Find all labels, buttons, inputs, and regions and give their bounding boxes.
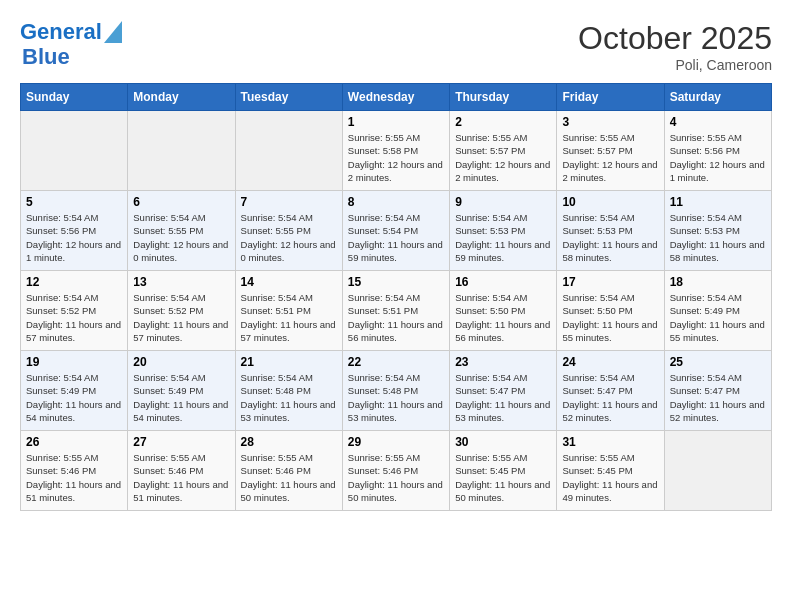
weekday-header-saturday: Saturday [664,84,771,111]
svg-marker-0 [104,21,122,43]
calendar-cell: 6 Sunrise: 5:54 AMSunset: 5:55 PMDayligh… [128,191,235,271]
calendar-week-1: 1 Sunrise: 5:55 AMSunset: 5:58 PMDayligh… [21,111,772,191]
calendar-cell: 18 Sunrise: 5:54 AMSunset: 5:49 PMDaylig… [664,271,771,351]
day-number: 22 [348,355,444,369]
calendar-cell: 28 Sunrise: 5:55 AMSunset: 5:46 PMDaylig… [235,431,342,511]
day-number: 6 [133,195,229,209]
day-info: Sunrise: 5:54 AMSunset: 5:50 PMDaylight:… [455,291,551,344]
calendar-cell: 27 Sunrise: 5:55 AMSunset: 5:46 PMDaylig… [128,431,235,511]
day-info: Sunrise: 5:54 AMSunset: 5:48 PMDaylight:… [348,371,444,424]
day-number: 17 [562,275,658,289]
day-number: 4 [670,115,766,129]
day-number: 18 [670,275,766,289]
day-number: 14 [241,275,337,289]
day-number: 7 [241,195,337,209]
weekday-header-sunday: Sunday [21,84,128,111]
calendar-cell: 5 Sunrise: 5:54 AMSunset: 5:56 PMDayligh… [21,191,128,271]
day-number: 27 [133,435,229,449]
calendar-cell: 12 Sunrise: 5:54 AMSunset: 5:52 PMDaylig… [21,271,128,351]
day-info: Sunrise: 5:54 AMSunset: 5:55 PMDaylight:… [241,211,337,264]
calendar-week-2: 5 Sunrise: 5:54 AMSunset: 5:56 PMDayligh… [21,191,772,271]
day-number: 25 [670,355,766,369]
day-info: Sunrise: 5:55 AMSunset: 5:58 PMDaylight:… [348,131,444,184]
calendar-cell [128,111,235,191]
logo: General Blue [20,20,122,70]
day-info: Sunrise: 5:54 AMSunset: 5:48 PMDaylight:… [241,371,337,424]
calendar-cell: 31 Sunrise: 5:55 AMSunset: 5:45 PMDaylig… [557,431,664,511]
day-info: Sunrise: 5:55 AMSunset: 5:46 PMDaylight:… [348,451,444,504]
calendar-cell [21,111,128,191]
day-info: Sunrise: 5:54 AMSunset: 5:51 PMDaylight:… [241,291,337,344]
day-number: 15 [348,275,444,289]
day-info: Sunrise: 5:54 AMSunset: 5:55 PMDaylight:… [133,211,229,264]
day-number: 16 [455,275,551,289]
day-info: Sunrise: 5:54 AMSunset: 5:53 PMDaylight:… [455,211,551,264]
day-number: 19 [26,355,122,369]
calendar-cell: 13 Sunrise: 5:54 AMSunset: 5:52 PMDaylig… [128,271,235,351]
calendar-cell: 29 Sunrise: 5:55 AMSunset: 5:46 PMDaylig… [342,431,449,511]
day-number: 29 [348,435,444,449]
calendar-week-4: 19 Sunrise: 5:54 AMSunset: 5:49 PMDaylig… [21,351,772,431]
weekday-header-monday: Monday [128,84,235,111]
logo-text: General [20,20,102,44]
day-info: Sunrise: 5:54 AMSunset: 5:56 PMDaylight:… [26,211,122,264]
day-number: 10 [562,195,658,209]
calendar-cell: 25 Sunrise: 5:54 AMSunset: 5:47 PMDaylig… [664,351,771,431]
day-number: 26 [26,435,122,449]
calendar-cell: 4 Sunrise: 5:55 AMSunset: 5:56 PMDayligh… [664,111,771,191]
day-number: 23 [455,355,551,369]
day-info: Sunrise: 5:54 AMSunset: 5:52 PMDaylight:… [26,291,122,344]
day-number: 31 [562,435,658,449]
day-info: Sunrise: 5:55 AMSunset: 5:45 PMDaylight:… [455,451,551,504]
calendar-cell: 2 Sunrise: 5:55 AMSunset: 5:57 PMDayligh… [450,111,557,191]
title-block: October 2025 Poli, Cameroon [578,20,772,73]
calendar-cell: 11 Sunrise: 5:54 AMSunset: 5:53 PMDaylig… [664,191,771,271]
weekday-header-thursday: Thursday [450,84,557,111]
calendar-cell: 19 Sunrise: 5:54 AMSunset: 5:49 PMDaylig… [21,351,128,431]
calendar-cell: 15 Sunrise: 5:54 AMSunset: 5:51 PMDaylig… [342,271,449,351]
day-number: 5 [26,195,122,209]
calendar-cell: 23 Sunrise: 5:54 AMSunset: 5:47 PMDaylig… [450,351,557,431]
weekday-header-friday: Friday [557,84,664,111]
day-info: Sunrise: 5:54 AMSunset: 5:47 PMDaylight:… [670,371,766,424]
calendar-cell: 17 Sunrise: 5:54 AMSunset: 5:50 PMDaylig… [557,271,664,351]
day-info: Sunrise: 5:55 AMSunset: 5:57 PMDaylight:… [562,131,658,184]
weekday-header-row: SundayMondayTuesdayWednesdayThursdayFrid… [21,84,772,111]
calendar-cell [235,111,342,191]
calendar-cell [664,431,771,511]
calendar-week-3: 12 Sunrise: 5:54 AMSunset: 5:52 PMDaylig… [21,271,772,351]
day-info: Sunrise: 5:54 AMSunset: 5:47 PMDaylight:… [455,371,551,424]
calendar-cell: 22 Sunrise: 5:54 AMSunset: 5:48 PMDaylig… [342,351,449,431]
calendar-cell: 3 Sunrise: 5:55 AMSunset: 5:57 PMDayligh… [557,111,664,191]
calendar-cell: 30 Sunrise: 5:55 AMSunset: 5:45 PMDaylig… [450,431,557,511]
location-subtitle: Poli, Cameroon [578,57,772,73]
day-number: 8 [348,195,444,209]
page-header: General Blue October 2025 Poli, Cameroon [20,20,772,73]
day-number: 1 [348,115,444,129]
day-info: Sunrise: 5:54 AMSunset: 5:53 PMDaylight:… [562,211,658,264]
day-number: 24 [562,355,658,369]
day-number: 28 [241,435,337,449]
day-info: Sunrise: 5:54 AMSunset: 5:53 PMDaylight:… [670,211,766,264]
day-info: Sunrise: 5:54 AMSunset: 5:49 PMDaylight:… [670,291,766,344]
day-number: 11 [670,195,766,209]
day-info: Sunrise: 5:54 AMSunset: 5:50 PMDaylight:… [562,291,658,344]
day-info: Sunrise: 5:54 AMSunset: 5:49 PMDaylight:… [133,371,229,424]
calendar-cell: 24 Sunrise: 5:54 AMSunset: 5:47 PMDaylig… [557,351,664,431]
day-number: 13 [133,275,229,289]
day-number: 9 [455,195,551,209]
day-number: 30 [455,435,551,449]
weekday-header-wednesday: Wednesday [342,84,449,111]
day-number: 12 [26,275,122,289]
day-info: Sunrise: 5:54 AMSunset: 5:54 PMDaylight:… [348,211,444,264]
calendar-table: SundayMondayTuesdayWednesdayThursdayFrid… [20,83,772,511]
calendar-cell: 8 Sunrise: 5:54 AMSunset: 5:54 PMDayligh… [342,191,449,271]
day-number: 21 [241,355,337,369]
day-info: Sunrise: 5:55 AMSunset: 5:56 PMDaylight:… [670,131,766,184]
calendar-cell: 26 Sunrise: 5:55 AMSunset: 5:46 PMDaylig… [21,431,128,511]
calendar-cell: 9 Sunrise: 5:54 AMSunset: 5:53 PMDayligh… [450,191,557,271]
calendar-cell: 14 Sunrise: 5:54 AMSunset: 5:51 PMDaylig… [235,271,342,351]
calendar-cell: 7 Sunrise: 5:54 AMSunset: 5:55 PMDayligh… [235,191,342,271]
month-title: October 2025 [578,20,772,57]
calendar-cell: 10 Sunrise: 5:54 AMSunset: 5:53 PMDaylig… [557,191,664,271]
